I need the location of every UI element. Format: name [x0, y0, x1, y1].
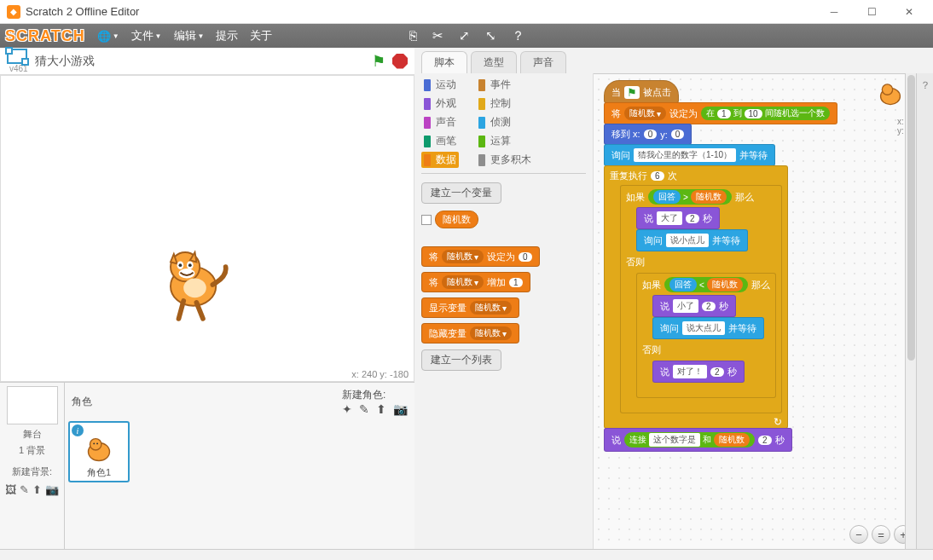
scratch-logo: SCRATCH	[5, 27, 85, 45]
block-ask[interactable]: 询问猜我心里的数字（1-10）并等待	[604, 144, 775, 166]
category-data[interactable]: 数据	[421, 152, 459, 168]
scrollbar-vertical[interactable]	[905, 73, 916, 549]
svg-point-5	[179, 263, 183, 267]
backdrop-upload-icon[interactable]: ⬆	[32, 483, 42, 496]
block-repeat[interactable]: 重复执行6次 如果 回答>随机数 那么 说大了2秒 询问说小点儿并等待	[604, 165, 788, 429]
zoom-reset-button[interactable]: =	[872, 525, 890, 544]
block-say-small[interactable]: 说小了2秒	[652, 295, 736, 317]
var-visible-checkbox[interactable]	[421, 215, 432, 225]
script-area[interactable]: x: 0y: 0 当⚑被点击 将随机数▾设定为 在1到10间随机选一个数 移到 …	[594, 73, 933, 549]
block-change-variable[interactable]: 将随机数▾增加1	[421, 272, 530, 292]
project-title[interactable]: 猜大小游戏	[35, 54, 95, 69]
menu-tips[interactable]: 提示	[216, 28, 238, 43]
stage-label: 舞台	[23, 428, 42, 441]
sprite-paint-icon[interactable]: ✎	[359, 402, 369, 416]
sprite-thumb[interactable]: i 角色1	[68, 421, 130, 482]
backdrop-panel: 舞台 1 背景 新建背景: 🖼 ✎ ⬆ 📷	[0, 383, 65, 549]
block-hide-variable[interactable]: 隐藏变量随机数▾	[421, 323, 519, 344]
help-icon[interactable]: ？	[512, 28, 524, 44]
block-say-right[interactable]: 说对了！2秒	[652, 361, 745, 383]
backdrop-camera-icon[interactable]: 📷	[45, 483, 59, 496]
sprite-name: 角色1	[87, 466, 111, 479]
sprite-upload-icon[interactable]: ⬆	[376, 402, 386, 416]
sprite-info-icon[interactable]: i	[72, 424, 84, 436]
sprite-list: 角色 新建角色: ✦ ✎ ⬆ 📷 i 角色1	[65, 383, 414, 549]
delete-icon[interactable]: ✂	[432, 28, 443, 44]
category-more[interactable]: 更多积木	[476, 152, 534, 168]
help-panel-tab[interactable]: ？	[916, 73, 933, 549]
menu-file[interactable]: 文件▼	[131, 28, 162, 43]
category-events[interactable]: 事件	[476, 77, 534, 93]
fullscreen-icon[interactable]	[7, 49, 27, 64]
tab-sounds[interactable]: 声音	[520, 51, 566, 73]
close-button[interactable]: ✕	[892, 3, 926, 21]
window-titlebar: ◆ Scratch 2 Offline Editor ─ ☐ ✕	[0, 0, 933, 24]
block-set-random[interactable]: 将随机数▾设定为 在1到10间随机选一个数	[604, 102, 837, 124]
green-flag-icon[interactable]: ⚑	[372, 52, 385, 71]
stage-header: v461 猜大小游戏 ⚑	[0, 48, 414, 75]
app-icon: ◆	[7, 5, 20, 19]
menu-edit[interactable]: 编辑▼	[174, 28, 205, 43]
script-stack[interactable]: 当⚑被点击 将随机数▾设定为 在1到10间随机选一个数 移到 x:0y:0 询问…	[604, 81, 837, 452]
shrink-icon[interactable]: ⤡	[485, 28, 496, 44]
backdrop-count: 1 背景	[19, 444, 45, 457]
globe-icon[interactable]: 🌐▼	[97, 30, 119, 43]
block-say-join[interactable]: 说 连接这个数字是和随机数 2秒	[604, 428, 792, 452]
make-variable-button[interactable]: 建立一个变量	[421, 182, 501, 204]
block-set-variable[interactable]: 将随机数▾设定为0	[421, 246, 540, 267]
new-sprite-label: 新建角色:	[342, 389, 385, 401]
svg-point-7	[188, 263, 192, 267]
duplicate-icon[interactable]: ⎘	[409, 28, 417, 44]
category-motion[interactable]: 运动	[421, 77, 459, 93]
block-goto-xy[interactable]: 移到 x:0y:0	[604, 124, 692, 145]
svg-point-13	[96, 442, 98, 444]
svg-point-12	[93, 442, 95, 444]
menubar: SCRATCH 🌐▼ 文件▼ 编辑▼ 提示 关于 ⎘ ✂ ⤢ ⤡ ？	[0, 24, 933, 48]
block-if-else-inner[interactable]: 如果 回答<随机数 那么 说小了2秒 询问说大点儿并等待 否则	[636, 273, 776, 398]
app-title: Scratch 2 Offline Editor	[26, 5, 139, 18]
grow-icon[interactable]: ⤢	[459, 28, 470, 44]
block-palette: 运动 外观 声音 画笔 数据 事件 控制 侦测 运算 更多积木 建立一个变量	[414, 73, 594, 549]
sprite-library-icon[interactable]: ✦	[342, 402, 352, 416]
minimize-button[interactable]: ─	[817, 3, 851, 21]
backdrop-library-icon[interactable]: 🖼	[5, 483, 16, 496]
block-ask-bigger[interactable]: 询问说大点儿并等待	[652, 317, 764, 339]
zoom-out-button[interactable]: −	[849, 525, 868, 544]
svg-point-15	[882, 84, 892, 95]
menu-about[interactable]: 关于	[250, 28, 272, 43]
svg-point-11	[90, 439, 101, 450]
new-backdrop-label: 新建背景:	[12, 465, 52, 478]
sprite-camera-icon[interactable]: 📷	[393, 402, 408, 416]
tab-scripts[interactable]: 脚本	[421, 51, 467, 73]
make-list-button[interactable]: 建立一个列表	[421, 349, 501, 371]
backdrop-paint-icon[interactable]: ✎	[20, 483, 29, 496]
category-looks[interactable]: 外观	[421, 95, 459, 112]
sprite-on-stage[interactable]	[154, 242, 235, 327]
block-when-flag-clicked[interactable]: 当⚑被点击	[604, 80, 679, 103]
category-operators[interactable]: 运算	[476, 133, 534, 149]
stop-icon[interactable]	[392, 54, 408, 69]
block-show-variable[interactable]: 显示变量随机数▾	[421, 297, 519, 318]
category-sensing[interactable]: 侦测	[476, 114, 534, 130]
block-say-big[interactable]: 说大了2秒	[636, 207, 720, 229]
stage-canvas[interactable]: x: 240 y: -180	[0, 75, 414, 382]
maximize-button[interactable]: ☐	[855, 3, 889, 21]
svg-point-9	[183, 278, 206, 297]
category-pen[interactable]: 画笔	[421, 133, 459, 149]
tab-costumes[interactable]: 造型	[471, 51, 517, 73]
variable-reporter[interactable]: 随机数	[435, 211, 478, 228]
category-sound[interactable]: 声音	[421, 114, 459, 130]
block-if-else-outer[interactable]: 如果 回答>随机数 那么 说大了2秒 询问说小点儿并等待 否则	[620, 185, 782, 413]
category-control[interactable]: 控制	[476, 95, 534, 112]
sprites-label: 角色	[72, 395, 92, 409]
block-ask-smaller[interactable]: 询问说小点儿并等待	[636, 229, 748, 251]
backdrop-thumb[interactable]	[7, 386, 58, 424]
stage-coordinates: x: 240 y: -180	[351, 369, 409, 379]
statusbar	[0, 549, 933, 560]
